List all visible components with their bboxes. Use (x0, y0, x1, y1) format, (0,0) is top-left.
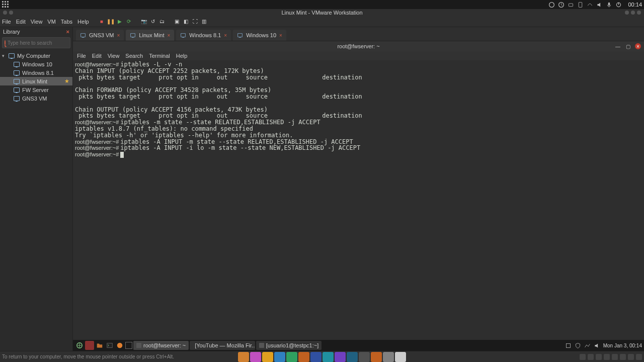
volume-icon[interactable] (596, 2, 603, 8)
menu-button[interactable] (75, 341, 84, 350)
dock-launcher[interactable] (310, 352, 321, 362)
library-item[interactable]: Windows 10 (0, 60, 72, 68)
term-menu-file[interactable]: File (77, 53, 86, 59)
multimon-button[interactable]: ▥ (201, 18, 208, 25)
taskbar-item[interactable]: [usuario1@testpc1:~] (256, 341, 321, 350)
tab-close-icon[interactable]: × (117, 33, 120, 38)
tray-icon[interactable] (587, 2, 593, 8)
library-close-icon[interactable]: × (66, 29, 69, 35)
vm-tab[interactable]: GNS3 VM× (76, 30, 124, 41)
network-icon[interactable] (584, 342, 591, 349)
power-icon[interactable] (615, 2, 622, 8)
dock-launcher[interactable] (323, 352, 334, 362)
library-item[interactable]: GNS3 VM (0, 94, 72, 103)
mic-icon[interactable] (606, 2, 612, 8)
library-root[interactable]: ▾My Computer (0, 51, 72, 60)
tray-icon[interactable] (548, 2, 555, 8)
vm-tab[interactable]: Linux Mint× (126, 30, 174, 41)
terminal-body[interactable]: root@fwserver:~# iptables -L -v -n Chain… (73, 60, 644, 340)
library-item[interactable]: Windows 8.1 (0, 68, 72, 77)
show-desktop-button[interactable] (85, 341, 94, 350)
term-menu-terminal[interactable]: Terminal (149, 53, 170, 59)
power-off-button[interactable]: ■ (98, 18, 105, 25)
terminal-titlebar[interactable]: root@fwserver: ~ — ▢ × (73, 41, 644, 51)
minimize-icon[interactable]: — (615, 43, 621, 49)
dock-launcher[interactable] (238, 352, 249, 362)
menu-tabs[interactable]: Tabs (61, 19, 72, 25)
library-item[interactable]: FW Server (0, 85, 72, 94)
svg-rect-4 (608, 2, 610, 6)
dock-launcher[interactable] (335, 352, 346, 362)
power-on-button[interactable]: ▶ (116, 18, 123, 25)
guest-systray[interactable] (565, 342, 600, 349)
host-clock[interactable]: 00:14 (628, 2, 642, 8)
dock-launcher[interactable] (250, 352, 261, 362)
dock-launcher[interactable] (298, 352, 309, 362)
menu-vm[interactable]: VM (47, 19, 56, 25)
snapshot-mgr-button[interactable]: 🗂 (158, 18, 166, 25)
dock-launcher[interactable] (286, 352, 297, 362)
fullscreen-button[interactable]: ▣ (174, 18, 181, 25)
vmware-titlebar[interactable]: Linux Mint - VMware Workstation (0, 9, 644, 16)
term-menu-help[interactable]: Help (176, 53, 188, 59)
dock-launcher[interactable] (347, 352, 358, 362)
files-button[interactable] (95, 341, 104, 350)
snapshot-button[interactable]: 📷 (140, 18, 147, 25)
tab-label: Linux Mint (139, 32, 164, 38)
dock-launcher[interactable] (359, 352, 370, 362)
term-menu-edit[interactable]: Edit (92, 53, 102, 59)
host-dock (238, 352, 406, 362)
vm-icon (14, 87, 20, 93)
tab-close-icon[interactable]: × (224, 33, 227, 38)
term-menu-search[interactable]: Search (125, 53, 143, 59)
menu-help[interactable]: Help (77, 19, 89, 25)
vm-icon (14, 70, 20, 75)
dock-launcher[interactable] (371, 352, 382, 362)
favorite-icon: ★ (64, 78, 69, 84)
menu-edit[interactable]: Edit (16, 19, 26, 25)
vm-icon (14, 79, 20, 84)
maximize-icon[interactable]: ▢ (625, 43, 631, 49)
guest-display[interactable]: root@fwserver: ~ — ▢ × File Edit View Se… (73, 41, 644, 351)
dock-launcher[interactable] (274, 352, 285, 362)
shield-icon[interactable] (575, 342, 581, 349)
library-search[interactable]: ▼ (2, 37, 70, 48)
volume-icon[interactable] (594, 342, 600, 349)
host-systray[interactable]: 00:14 (548, 2, 642, 8)
library-search-input[interactable] (8, 40, 71, 46)
menu-file[interactable]: File (2, 19, 11, 25)
taskbar-item[interactable]: [YouTube — Mozilla Fir... (190, 341, 255, 350)
restart-button[interactable]: ⟳ (125, 18, 132, 25)
suspend-button[interactable]: ❚❚ (107, 18, 114, 25)
guest-clock[interactable]: Mon Jan 3, 00:14 (603, 343, 642, 348)
tab-close-icon[interactable]: × (279, 33, 282, 38)
workspace-switcher[interactable] (125, 342, 132, 349)
menu-view[interactable]: View (31, 19, 43, 25)
vm-tab[interactable]: Windows 8.1× (176, 30, 231, 41)
browser-launcher[interactable] (115, 341, 124, 350)
tray-icon[interactable] (565, 342, 572, 349)
dock-launcher[interactable] (383, 352, 394, 362)
tray-icon[interactable] (577, 2, 584, 8)
window-controls-right[interactable] (625, 11, 641, 15)
console-button[interactable]: ⛶ (192, 18, 199, 25)
task-icon (259, 343, 264, 348)
terminal-launcher[interactable] (105, 341, 114, 350)
term-menu-view[interactable]: View (108, 53, 120, 59)
tray-icon[interactable] (558, 2, 565, 8)
tray-icon[interactable] (568, 2, 574, 8)
library-item[interactable]: Linux Mint★ (0, 77, 72, 85)
dock-launcher[interactable] (395, 352, 406, 362)
close-icon[interactable]: × (635, 43, 641, 49)
unity-button[interactable]: ◧ (183, 18, 190, 25)
dock-launcher[interactable] (262, 352, 273, 362)
host-status-tray[interactable] (580, 354, 642, 360)
snapshot-revert-button[interactable]: ↺ (149, 18, 156, 25)
library-item-label: Windows 8.1 (22, 70, 54, 76)
taskbar-item[interactable]: root@fwserver: ~ (133, 341, 189, 350)
tab-close-icon[interactable]: × (168, 33, 171, 38)
library-item-label: GNS3 VM (22, 96, 47, 102)
vm-icon (181, 33, 186, 37)
activities-icon[interactable] (2, 1, 9, 8)
vm-tab[interactable]: Windows 10× (233, 30, 286, 41)
